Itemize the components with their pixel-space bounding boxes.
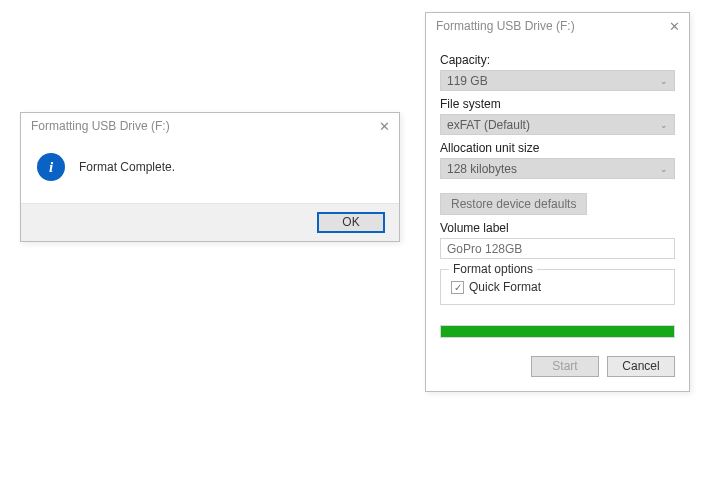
cancel-button[interactable]: Cancel [607, 356, 675, 377]
chevron-down-icon: ⌄ [660, 76, 668, 86]
capacity-value: 119 GB [447, 74, 488, 88]
volume-label-input[interactable]: GoPro 128GB [440, 238, 675, 259]
filesystem-select[interactable]: exFAT (Default) ⌄ [440, 114, 675, 135]
allocation-select[interactable]: 128 kilobytes ⌄ [440, 158, 675, 179]
quick-format-label: Quick Format [469, 280, 541, 294]
restore-defaults-button[interactable]: Restore device defaults [440, 193, 587, 215]
start-button[interactable]: Start [531, 356, 599, 377]
capacity-label: Capacity: [440, 53, 675, 67]
filesystem-value: exFAT (Default) [447, 118, 530, 132]
restore-wrap: Restore device defaults [440, 193, 675, 215]
dialog-title: Formatting USB Drive (F:) [31, 119, 170, 133]
progress-fill [441, 326, 674, 337]
allocation-value: 128 kilobytes [447, 162, 517, 176]
volume-label-value: GoPro 128GB [447, 242, 522, 256]
filesystem-label: File system [440, 97, 675, 111]
allocation-label: Allocation unit size [440, 141, 675, 155]
chevron-down-icon: ⌄ [660, 120, 668, 130]
quick-format-row[interactable]: ✓ Quick Format [451, 280, 664, 294]
close-icon[interactable]: ✕ [667, 20, 681, 33]
close-icon[interactable]: ✕ [377, 120, 391, 133]
dialog-title: Formatting USB Drive (F:) [436, 19, 575, 33]
format-options-legend: Format options [449, 262, 537, 276]
format-options-group: Format options ✓ Quick Format [440, 269, 675, 305]
message-text: Format Complete. [79, 160, 175, 174]
dialog-body: i Format Complete. [21, 139, 399, 203]
format-complete-dialog: Formatting USB Drive (F:) ✕ i Format Com… [20, 112, 400, 242]
progress-bar [440, 325, 675, 338]
dialog-footer: Start Cancel [440, 356, 675, 377]
titlebar[interactable]: Formatting USB Drive (F:) ✕ [426, 13, 689, 39]
capacity-select[interactable]: 119 GB ⌄ [440, 70, 675, 91]
quick-format-checkbox[interactable]: ✓ [451, 281, 464, 294]
dialog-content: Capacity: 119 GB ⌄ File system exFAT (De… [426, 39, 689, 391]
volume-label-label: Volume label [440, 221, 675, 235]
dialog-footer: OK [21, 203, 399, 241]
info-icon: i [37, 153, 65, 181]
titlebar[interactable]: Formatting USB Drive (F:) ✕ [21, 113, 399, 139]
format-dialog: Formatting USB Drive (F:) ✕ Capacity: 11… [425, 12, 690, 392]
chevron-down-icon: ⌄ [660, 164, 668, 174]
ok-button[interactable]: OK [317, 212, 385, 233]
